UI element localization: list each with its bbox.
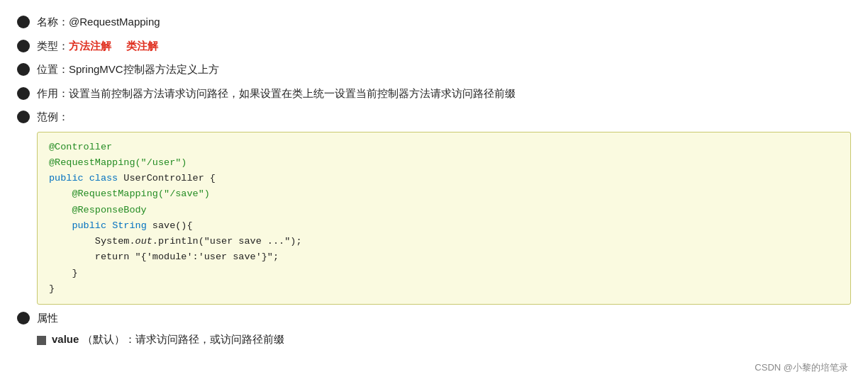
value-location: SpringMVC控制器方法定义上方 (69, 60, 219, 79)
item-effect: 作用： 设置当前控制器方法请求访问路径，如果设置在类上统一设置当前控制器方法请求… (17, 84, 851, 103)
code-block: @Controller @RequestMapping("/user") pub… (37, 132, 851, 305)
attr-value-name: value (52, 333, 79, 345)
code-line-3-pub: public (49, 173, 89, 183)
attr-value-row: value （默认）：请求访问路径，或访问路径前缀 (37, 333, 851, 346)
code-line-7-out: out (135, 236, 152, 247)
item-location: 位置： SpringMVC控制器方法定义上方 (17, 60, 851, 79)
code-line-7-sys: System. (95, 236, 135, 247)
bullet-attr (17, 312, 30, 324)
type-method: 方法注解 (69, 40, 111, 52)
bullet-effect (17, 87, 30, 100)
code-line-6-pub: public (72, 220, 112, 231)
value-effect: 设置当前控制器方法请求访问路径，如果设置在类上统一设置当前控制器方法请求访问路径… (69, 84, 516, 103)
label-example: 范例： (37, 108, 69, 126)
label-attr: 属性 (37, 309, 58, 327)
code-line-1: @Controller (49, 142, 112, 152)
item-type: 类型： 方法注解 类注解 (17, 37, 851, 55)
bullet-example (17, 111, 30, 123)
bullet-type (17, 40, 30, 52)
label-name: 名称： (37, 13, 69, 31)
code-line-5: @ResponseBody (72, 205, 146, 215)
info-list: 名称： @RequestMapping 类型： 方法注解 类注解 位置： Spr… (17, 13, 851, 126)
label-effect: 作用： (37, 84, 69, 103)
code-line-6-rest: save(){ (147, 220, 193, 231)
attr-value-desc: （默认）：请求访问路径，或访问路径前缀 (82, 333, 284, 345)
type-class: 类注解 (126, 40, 158, 52)
code-line-10: } (49, 283, 55, 294)
code-line-7-rest: .println("user save ..."); (152, 236, 302, 247)
bullet-location (17, 63, 30, 76)
value-name: @RequestMapping (69, 13, 160, 31)
attr-title-item: 属性 (17, 309, 851, 327)
value-type: 方法注解 类注解 (69, 37, 158, 55)
item-example: 范例： (17, 108, 851, 126)
item-name: 名称： @RequestMapping (17, 13, 851, 31)
attr-value-text: value （默认）：请求访问路径，或访问路径前缀 (52, 333, 284, 346)
code-line-2: @RequestMapping("/user") (49, 157, 187, 168)
label-location: 位置： (37, 60, 69, 79)
code-line-4: @RequestMapping("/save") (72, 188, 209, 199)
code-line-3-name: UserController { (123, 173, 216, 183)
label-type: 类型： (37, 37, 69, 55)
attr-square-bullet (37, 336, 46, 345)
bullet-name (17, 16, 30, 28)
code-line-3-class: class (89, 173, 124, 183)
code-line-8-ret: return "{'module':'user save'}"; (95, 252, 279, 262)
code-line-9: } (72, 268, 77, 278)
code-line-6-str: String (112, 220, 147, 231)
attr-section: 属性 (17, 309, 851, 327)
